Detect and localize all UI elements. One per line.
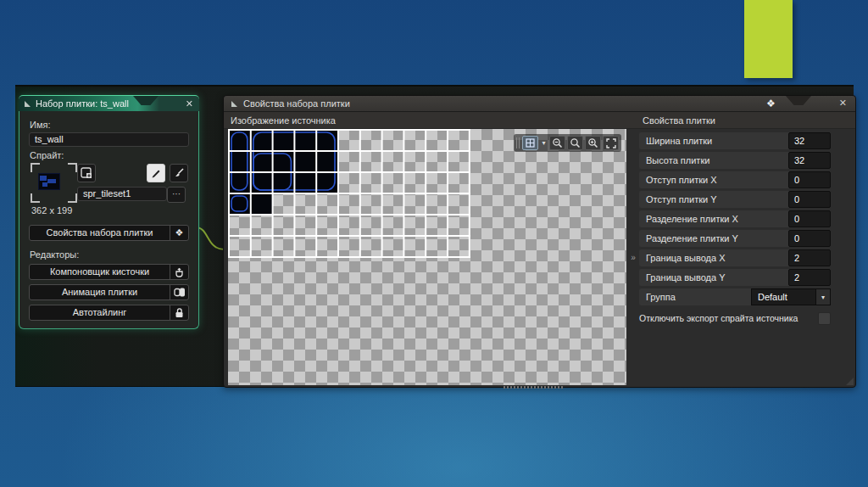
bracket-icon bbox=[68, 163, 77, 172]
property-value-input[interactable]: 0 bbox=[788, 191, 831, 208]
sprite-thumbnail[interactable] bbox=[31, 163, 77, 203]
resize-grip[interactable] bbox=[846, 378, 854, 385]
property-label: Граница вывода X bbox=[639, 253, 726, 263]
editors-label: Редакторы: bbox=[30, 249, 189, 260]
property-row: Отступ плитки X 0 bbox=[639, 171, 831, 188]
property-value-input[interactable]: 32 bbox=[788, 132, 831, 149]
double-chevron-icon: » bbox=[631, 253, 636, 262]
property-value-input[interactable]: 32 bbox=[788, 152, 831, 169]
export-checkbox-label: Отключить экспорт спрайта источника bbox=[639, 313, 798, 323]
sprite-label: Спрайт: bbox=[30, 150, 189, 160]
sprite-section: 362 x 199 bbox=[29, 163, 189, 217]
brush-builder-button[interactable]: Компоновщик кисточки bbox=[29, 264, 189, 280]
properties-window-titlebar[interactable]: Свойства набора плитки ❖ ✕ bbox=[224, 96, 855, 112]
property-label: Граница вывода Y bbox=[639, 272, 726, 283]
sprite-thumbnail-image bbox=[38, 173, 60, 190]
grid-dropdown-arrow[interactable]: ▾ bbox=[540, 136, 548, 150]
source-image-label: Изображение источника bbox=[231, 115, 336, 126]
fit-view-icon bbox=[606, 138, 616, 148]
edit-sprite-button[interactable] bbox=[147, 164, 165, 182]
sprite-name-field[interactable]: spr_tileset1 bbox=[77, 187, 167, 201]
grid-toggle-button[interactable] bbox=[522, 136, 538, 150]
zoom-reset-icon bbox=[570, 137, 581, 148]
tileset-panel: Набор плитки: ts_wall ✕ Имя: ts_wall Спр… bbox=[19, 95, 199, 329]
tile-properties-panel: Ширина плитки 32 Высота плитки 32 Отступ… bbox=[639, 132, 831, 385]
window-title: Свойства набора плитки bbox=[243, 98, 350, 109]
property-value-input[interactable]: 2 bbox=[788, 269, 831, 286]
name-label: Имя: bbox=[30, 120, 189, 130]
title-notch bbox=[786, 96, 811, 105]
tileset-panel-body: Имя: ts_wall Спрайт: bbox=[19, 111, 199, 329]
group-row: Группа Default ▾ bbox=[639, 288, 831, 305]
new-sprite-icon bbox=[81, 167, 92, 179]
chevron-down-icon[interactable]: ▾ bbox=[816, 288, 831, 305]
panel-title: Набор плитки: ts_wall bbox=[36, 98, 129, 109]
zoom-out-icon bbox=[552, 137, 563, 148]
diamond-icon[interactable]: ❖ bbox=[766, 98, 776, 109]
bracket-icon bbox=[31, 163, 40, 172]
property-rows: Ширина плитки 32 Высота плитки 32 Отступ… bbox=[639, 132, 831, 286]
fit-view-button[interactable] bbox=[603, 136, 619, 150]
tileset-grid bbox=[228, 129, 470, 258]
collapse-icon[interactable] bbox=[231, 101, 237, 107]
toolbar-grip[interactable] bbox=[516, 137, 520, 148]
close-icon[interactable]: ✕ bbox=[839, 98, 847, 109]
property-label: Высота плитки bbox=[639, 155, 709, 165]
property-label: Разделение плитки X bbox=[639, 214, 738, 224]
sprite-size-label: 362 x 199 bbox=[31, 205, 72, 216]
zoom-in-icon bbox=[587, 137, 598, 148]
collapse-icon[interactable] bbox=[25, 101, 31, 107]
brush-icon bbox=[173, 167, 185, 179]
tileset-properties-button[interactable]: Свойства набора плитки ❖ bbox=[29, 225, 189, 241]
brush-builder-icon bbox=[170, 265, 188, 279]
property-row: Отступ плитки Y 0 bbox=[639, 191, 831, 208]
brush-button[interactable] bbox=[170, 164, 188, 182]
property-value-input[interactable]: 2 bbox=[788, 249, 831, 266]
group-dropdown[interactable]: Default bbox=[751, 288, 816, 305]
tileset-properties-window: Свойства набора плитки ❖ ✕ Изображение и… bbox=[223, 95, 856, 388]
new-sprite-button[interactable] bbox=[77, 164, 96, 182]
close-icon[interactable]: ✕ bbox=[186, 98, 193, 109]
property-row: Разделение плитки Y 0 bbox=[639, 230, 831, 247]
export-checkbox[interactable] bbox=[818, 312, 831, 325]
property-value-input[interactable]: 0 bbox=[788, 230, 831, 247]
diamond-icon: ❖ bbox=[170, 226, 188, 240]
tileset-panel-titlebar[interactable]: Набор плитки: ts_wall ✕ bbox=[19, 95, 199, 111]
more-button[interactable]: ··· bbox=[167, 187, 186, 203]
section-header-row: Изображение источника Свойства плитки bbox=[224, 112, 855, 129]
pencil-icon bbox=[150, 167, 162, 179]
image-toolbar: ▾ bbox=[514, 134, 621, 152]
desktop-background: Набор плитки: ts_wall ✕ Имя: ts_wall Спр… bbox=[0, 0, 868, 487]
property-value-input[interactable]: 0 bbox=[788, 171, 831, 188]
bracket-icon bbox=[68, 193, 77, 203]
property-label: Ширина плитки bbox=[639, 136, 712, 146]
property-row: Высота плитки 32 bbox=[639, 152, 831, 169]
tile-properties-label: Свойства плитки bbox=[643, 115, 715, 126]
horizontal-scrollbar[interactable] bbox=[504, 386, 565, 389]
property-label: Разделение плитки Y bbox=[639, 233, 738, 244]
property-value-input[interactable]: 0 bbox=[788, 210, 831, 227]
grid-icon bbox=[526, 138, 535, 148]
autotiling-button[interactable]: Автотайлинг bbox=[29, 305, 189, 321]
zoom-out-button[interactable] bbox=[549, 136, 565, 150]
property-label: Отступ плитки X bbox=[639, 175, 717, 185]
source-image-canvas[interactable]: ▾ bbox=[228, 129, 626, 385]
name-input[interactable]: ts_wall bbox=[29, 132, 189, 147]
zoom-in-button[interactable] bbox=[585, 136, 601, 150]
slide-accent-rectangle bbox=[744, 0, 793, 78]
group-label: Группа bbox=[639, 292, 676, 302]
export-row: Отключить экспорт спрайта источника bbox=[639, 311, 831, 326]
property-label: Отступ плитки Y bbox=[639, 194, 717, 204]
title-notch bbox=[133, 96, 159, 105]
property-row: Ширина плитки 32 bbox=[639, 132, 831, 149]
panel-splitter[interactable]: » bbox=[628, 129, 638, 385]
tile-animation-icon bbox=[170, 285, 188, 299]
tile-animation-button[interactable]: Анимация плитки bbox=[29, 284, 189, 300]
bracket-icon bbox=[31, 193, 40, 203]
property-row: Граница вывода X 2 bbox=[639, 249, 831, 266]
lock-icon bbox=[170, 305, 188, 320]
property-row: Граница вывода Y 2 bbox=[639, 269, 831, 286]
property-row: Разделение плитки X 0 bbox=[639, 210, 831, 227]
gamemaker-workspace: Набор плитки: ts_wall ✕ Имя: ts_wall Спр… bbox=[15, 85, 854, 387]
zoom-reset-button[interactable] bbox=[567, 136, 583, 150]
